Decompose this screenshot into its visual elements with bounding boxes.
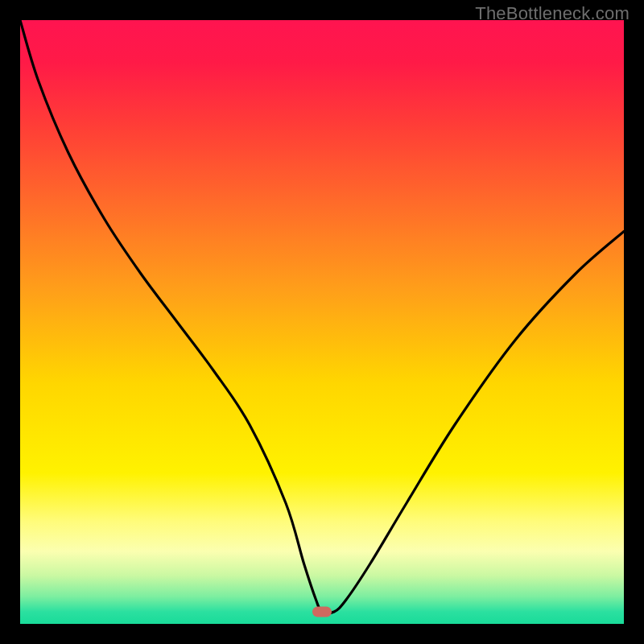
optimal-point-marker: [312, 607, 332, 617]
bottleneck-curve: [20, 20, 624, 624]
watermark-text: TheBottleneck.com: [475, 3, 630, 24]
plot-area: [20, 20, 624, 624]
chart-frame: TheBottleneck.com: [0, 0, 644, 644]
